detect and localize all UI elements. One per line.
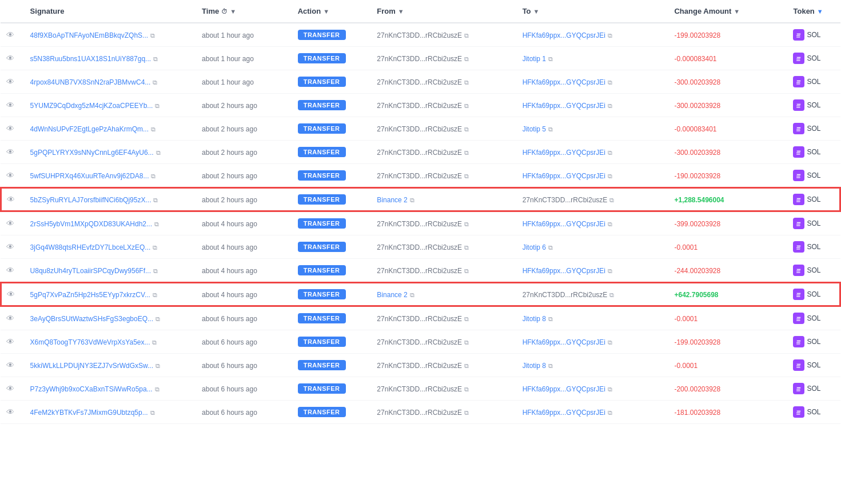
to-copy-icon[interactable]: ⧉ xyxy=(548,126,553,133)
transfer-badge[interactable]: TRANSFER xyxy=(298,383,346,394)
signature-copy-icon[interactable]: ⧉ xyxy=(156,149,161,156)
to-copy-icon[interactable]: ⧉ xyxy=(608,386,612,393)
signature-copy-icon[interactable]: ⧉ xyxy=(153,79,157,86)
to-link[interactable]: HFKfa69ppx...GYQCpsrJEi xyxy=(523,220,605,228)
to-copy-icon[interactable]: ⧉ xyxy=(608,221,612,227)
to-link[interactable]: Jitotip 6 xyxy=(523,243,546,251)
signature-link[interactable]: U8qu8zUh4ryTLoaiirSPCqyDwy956Ff... xyxy=(30,267,151,275)
row-eye-icon[interactable]: 👁 xyxy=(6,171,14,180)
signature-link[interactable]: 4dWnNsUPvF2EgtLgePzAhaKrmQm... xyxy=(30,125,149,133)
time-filter-icon[interactable]: ▼ xyxy=(230,8,236,15)
from-copy-icon[interactable]: ⧉ xyxy=(464,244,469,251)
signature-copy-icon[interactable]: ⧉ xyxy=(152,339,157,346)
to-copy-icon[interactable]: ⧉ xyxy=(548,362,553,369)
transfer-badge[interactable]: TRANSFER xyxy=(298,289,346,299)
to-link[interactable]: HFKfa69ppx...GYQCpsrJEi xyxy=(523,267,605,275)
signature-copy-icon[interactable]: ⧉ xyxy=(153,55,158,62)
transfer-badge[interactable]: TRANSFER xyxy=(298,337,346,347)
signature-link[interactable]: 4rpox84UNB7VX8SnN2raPJBMvwC4... xyxy=(30,78,151,86)
row-eye-icon[interactable]: 👁 xyxy=(6,147,14,157)
action-filter-icon[interactable]: ▼ xyxy=(323,8,329,15)
to-copy-icon[interactable]: ⧉ xyxy=(608,339,612,346)
to-link[interactable]: Jitotip 1 xyxy=(523,55,546,63)
signature-copy-icon[interactable]: ⧉ xyxy=(150,32,155,39)
signature-copy-icon[interactable]: ⧉ xyxy=(151,173,156,179)
signature-link[interactable]: 5kkiWLkLLPDUjNY3EZJ7vSrWdGxSw... xyxy=(30,362,153,370)
col-header-from[interactable]: From ▼ xyxy=(371,0,516,23)
row-eye-icon[interactable]: 👁 xyxy=(6,54,14,63)
transfer-badge[interactable]: TRANSFER xyxy=(298,30,346,40)
signature-copy-icon[interactable]: ⧉ xyxy=(150,409,155,416)
to-copy-icon[interactable]: ⧉ xyxy=(608,149,612,156)
from-copy-icon[interactable]: ⧉ xyxy=(464,386,469,393)
to-link[interactable]: HFKfa69ppx...GYQCpsrJEi xyxy=(523,78,605,86)
to-copy-icon[interactable]: ⧉ xyxy=(548,55,553,62)
from-copy-icon[interactable]: ⧉ xyxy=(464,79,469,86)
row-eye-icon[interactable]: 👁 xyxy=(6,314,14,323)
row-eye-icon[interactable]: 👁 xyxy=(6,242,14,251)
row-eye-icon[interactable]: 👁 xyxy=(7,195,15,204)
from-link[interactable]: Binance 2 xyxy=(377,196,407,204)
from-copy-icon[interactable]: ⧉ xyxy=(464,55,469,62)
from-copy-icon[interactable]: ⧉ xyxy=(464,409,469,416)
signature-link[interactable]: 2rSsH5ybVm1MXpQDXD83UKAHdh2... xyxy=(30,220,152,228)
from-copy-icon[interactable]: ⧉ xyxy=(464,315,469,322)
col-header-change-amount[interactable]: Change Amount ▼ xyxy=(668,0,787,23)
signature-copy-icon[interactable]: ⧉ xyxy=(153,244,157,251)
to-link[interactable]: HFKfa69ppx...GYQCpsrJEi xyxy=(523,409,605,417)
from-copy-icon[interactable]: ⧉ xyxy=(464,149,469,156)
signature-copy-icon[interactable]: ⧉ xyxy=(153,267,158,274)
from-copy-icon[interactable]: ⧉ xyxy=(464,267,469,274)
row-eye-icon[interactable]: 👁 xyxy=(6,124,14,133)
from-copy-icon[interactable]: ⧉ xyxy=(410,197,414,203)
col-header-time[interactable]: Time ⏱ ▼ xyxy=(196,0,292,23)
transfer-badge[interactable]: TRANSFER xyxy=(298,242,346,252)
to-filter-icon[interactable]: ▼ xyxy=(533,8,540,15)
from-copy-icon[interactable]: ⧉ xyxy=(464,126,469,133)
signature-copy-icon[interactable]: ⧉ xyxy=(156,362,160,369)
to-link[interactable]: Jitotip 8 xyxy=(523,315,546,323)
row-eye-icon[interactable]: 👁 xyxy=(6,30,14,39)
from-copy-icon[interactable]: ⧉ xyxy=(464,339,469,346)
to-link[interactable]: HFKfa69ppx...GYQCpsrJEi xyxy=(523,172,605,180)
signature-link[interactable]: 4FeM2kYBTKvFs7JMixmG9Ubtzq5p... xyxy=(30,409,148,417)
row-eye-icon[interactable]: 👁 xyxy=(6,77,14,86)
from-copy-icon[interactable]: ⧉ xyxy=(464,362,469,369)
transfer-badge[interactable]: TRANSFER xyxy=(298,360,346,370)
signature-link[interactable]: 5gPq7XvPaZn5Hp2Hs5EYyp7xkrzCV... xyxy=(30,291,150,299)
signature-copy-icon[interactable]: ⧉ xyxy=(155,102,160,109)
signature-link[interactable]: 5YUMZ9CqDdxg5zM4cjKZoaCPEEYb... xyxy=(30,102,153,110)
signature-link[interactable]: 48f9XBoApTNFAyoNEmBBkqvZQhS... xyxy=(30,31,149,39)
signature-link[interactable]: X6mQ8ToogTY763VdWeVrpXsYa5ex... xyxy=(30,338,150,346)
signature-link[interactable]: 3eAyQBrsSUtWaztwSHsFgS3egboEQ... xyxy=(30,315,153,323)
transfer-badge[interactable]: TRANSFER xyxy=(298,53,346,63)
signature-copy-icon[interactable]: ⧉ xyxy=(156,315,160,322)
change-amount-filter-icon[interactable]: ▼ xyxy=(734,8,740,15)
to-link[interactable]: HFKfa69ppx...GYQCpsrJEi xyxy=(523,102,605,110)
to-copy-icon[interactable]: ⧉ xyxy=(608,173,612,179)
transfer-badge[interactable]: TRANSFER xyxy=(298,170,346,181)
to-copy-icon[interactable]: ⧉ xyxy=(608,79,612,86)
from-link[interactable]: Binance 2 xyxy=(377,291,407,299)
col-header-action[interactable]: Action ▼ xyxy=(292,0,372,23)
transfer-badge[interactable]: TRANSFER xyxy=(298,77,346,87)
to-link[interactable]: Jitotip 8 xyxy=(523,362,546,370)
transfer-badge[interactable]: TRANSFER xyxy=(298,313,346,323)
signature-link[interactable]: 3jGq4W88qtsRHEvfzDY7LbceLXzEQ... xyxy=(30,243,151,251)
transfer-badge[interactable]: TRANSFER xyxy=(298,123,346,134)
signature-link[interactable]: 5wfSUHPRXq46XuuRTeAnv9j62DA8... xyxy=(30,172,149,180)
to-link[interactable]: HFKfa69ppx...GYQCpsrJEi xyxy=(523,31,605,39)
to-link[interactable]: HFKfa69ppx...GYQCpsrJEi xyxy=(523,385,605,393)
to-copy-icon[interactable]: ⧉ xyxy=(548,244,553,251)
row-eye-icon[interactable]: 👁 xyxy=(6,101,14,110)
from-copy-icon[interactable]: ⧉ xyxy=(464,102,469,109)
row-eye-icon[interactable]: 👁 xyxy=(6,384,14,393)
signature-copy-icon[interactable]: ⧉ xyxy=(154,221,159,227)
row-eye-icon[interactable]: 👁 xyxy=(6,219,14,228)
transfer-badge[interactable]: TRANSFER xyxy=(298,194,346,205)
signature-link[interactable]: P7z3yWhj9b9xoCXaBxnTSiWwRo5pa... xyxy=(30,385,153,393)
signature-link[interactable]: 5bZSyRuRYLAJ7orsfbiifNCi6bQj95zX... xyxy=(30,196,152,204)
signature-copy-icon[interactable]: ⧉ xyxy=(153,197,158,203)
transfer-badge[interactable]: TRANSFER xyxy=(298,100,346,110)
to-link[interactable]: Jitotip 5 xyxy=(523,125,546,133)
